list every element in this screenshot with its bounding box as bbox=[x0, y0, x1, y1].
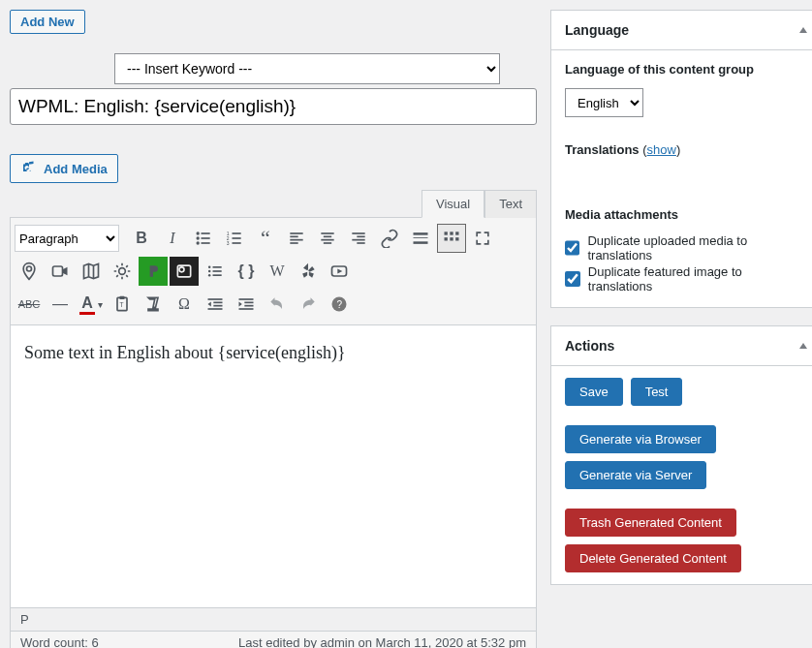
show-translations-link[interactable]: show bbox=[647, 142, 676, 157]
language-title: Language bbox=[565, 22, 629, 38]
svg-rect-14 bbox=[290, 239, 302, 241]
svg-rect-9 bbox=[233, 237, 241, 239]
special-char-button[interactable]: Ω bbox=[170, 290, 199, 319]
test-button[interactable]: Test bbox=[631, 378, 683, 406]
read-more-button[interactable] bbox=[406, 224, 435, 253]
svg-rect-24 bbox=[414, 232, 428, 235]
svg-rect-31 bbox=[450, 237, 453, 240]
numbered-list-button[interactable]: 123 bbox=[220, 224, 249, 253]
youtube-icon[interactable] bbox=[325, 257, 354, 286]
svg-rect-16 bbox=[321, 232, 333, 234]
svg-rect-27 bbox=[445, 231, 448, 234]
svg-point-34 bbox=[119, 268, 126, 275]
tab-visual[interactable]: Visual bbox=[422, 190, 484, 218]
add-media-label: Add Media bbox=[44, 162, 108, 176]
hr-button[interactable]: — bbox=[46, 290, 75, 319]
italic-button[interactable]: I bbox=[158, 224, 187, 253]
svg-rect-52 bbox=[244, 302, 253, 304]
trash-generated-button[interactable]: Trash Generated Content bbox=[565, 509, 736, 537]
svg-rect-23 bbox=[357, 242, 364, 244]
svg-point-4 bbox=[197, 241, 200, 244]
link-button[interactable] bbox=[375, 224, 404, 253]
format-select[interactable]: Paragraph bbox=[15, 225, 119, 252]
actions-metabox-toggle[interactable]: Actions bbox=[551, 326, 812, 366]
editor-content[interactable]: Some text in English about {service(engl… bbox=[10, 325, 537, 608]
svg-point-0 bbox=[197, 231, 200, 234]
redo-button[interactable] bbox=[294, 290, 323, 319]
bold-button[interactable]: B bbox=[127, 224, 156, 253]
svg-rect-11 bbox=[233, 242, 241, 244]
chk-duplicate-media[interactable] bbox=[565, 240, 579, 256]
blockquote-button[interactable]: “ bbox=[251, 224, 280, 253]
svg-text:T: T bbox=[120, 301, 124, 308]
bullet-list-button[interactable] bbox=[189, 224, 218, 253]
svg-rect-29 bbox=[455, 231, 458, 234]
indent-button[interactable] bbox=[232, 290, 261, 319]
undo-button[interactable] bbox=[263, 290, 292, 319]
svg-rect-47 bbox=[208, 298, 223, 300]
path-status: P bbox=[10, 608, 537, 632]
svg-rect-53 bbox=[244, 305, 253, 307]
svg-rect-25 bbox=[414, 237, 428, 238]
tab-text[interactable]: Text bbox=[484, 190, 537, 218]
chk-duplicate-media-label: Duplicate uploaded media to translations bbox=[587, 233, 807, 262]
svg-text:?: ? bbox=[337, 299, 343, 310]
definition-list-icon[interactable] bbox=[201, 257, 230, 286]
svg-point-39 bbox=[208, 270, 211, 273]
strikethrough-button[interactable]: ABC bbox=[15, 290, 44, 319]
generate-server-button[interactable]: Generate via Server bbox=[565, 461, 706, 489]
generate-browser-button[interactable]: Generate via Browser bbox=[565, 425, 716, 453]
translations-label: Translations bbox=[565, 142, 640, 157]
save-button[interactable]: Save bbox=[565, 378, 623, 406]
svg-rect-38 bbox=[213, 266, 222, 268]
yelp-icon[interactable] bbox=[294, 257, 323, 286]
post-title-input[interactable] bbox=[10, 88, 537, 125]
paste-text-button[interactable]: T bbox=[108, 290, 137, 319]
outdent-button[interactable] bbox=[201, 290, 230, 319]
svg-point-35 bbox=[179, 267, 184, 272]
insert-keyword-select[interactable]: --- Insert Keyword --- bbox=[114, 53, 500, 84]
svg-rect-22 bbox=[352, 239, 364, 241]
svg-rect-40 bbox=[213, 270, 222, 272]
media-attachments-label: Media attachments bbox=[565, 207, 807, 222]
chk-duplicate-featured-label: Duplicate featured image to translations bbox=[588, 264, 807, 293]
pixabay-button[interactable] bbox=[170, 257, 199, 286]
camera-music-icon bbox=[20, 160, 38, 177]
add-new-button[interactable]: Add New bbox=[10, 10, 85, 34]
svg-text:3: 3 bbox=[227, 240, 230, 246]
word-count: Word count: 6 bbox=[20, 635, 99, 648]
delete-generated-button[interactable]: Delete Generated Content bbox=[565, 544, 741, 572]
actions-metabox: Actions Save Test Generate via Browser G… bbox=[550, 325, 812, 585]
svg-rect-42 bbox=[213, 274, 222, 276]
language-select[interactable]: English bbox=[565, 88, 643, 117]
svg-rect-48 bbox=[213, 302, 222, 304]
svg-rect-18 bbox=[321, 239, 333, 241]
svg-rect-7 bbox=[233, 232, 241, 234]
add-media-button[interactable]: Add Media bbox=[10, 154, 118, 183]
code-braces-icon[interactable]: { } bbox=[232, 257, 261, 286]
align-right-button[interactable] bbox=[344, 224, 373, 253]
svg-rect-19 bbox=[324, 242, 331, 244]
align-left-button[interactable] bbox=[282, 224, 311, 253]
video-pin-icon[interactable] bbox=[46, 257, 75, 286]
svg-rect-20 bbox=[352, 232, 364, 234]
weather-icon[interactable] bbox=[108, 257, 137, 286]
svg-rect-33 bbox=[53, 266, 63, 276]
map-pin-icon[interactable] bbox=[15, 257, 44, 286]
align-center-button[interactable] bbox=[313, 224, 342, 253]
chk-duplicate-featured[interactable] bbox=[565, 271, 580, 287]
svg-point-2 bbox=[197, 236, 200, 239]
svg-rect-15 bbox=[290, 242, 297, 244]
language-metabox-toggle[interactable]: Language bbox=[551, 11, 812, 50]
fullscreen-button[interactable] bbox=[468, 224, 497, 253]
svg-rect-49 bbox=[213, 305, 222, 307]
help-button[interactable]: ? bbox=[325, 290, 354, 319]
text-color-button[interactable]: A▾ bbox=[77, 290, 106, 319]
pexels-button[interactable] bbox=[139, 257, 168, 286]
svg-rect-32 bbox=[455, 237, 458, 240]
map-icon[interactable] bbox=[77, 257, 106, 286]
svg-rect-26 bbox=[414, 241, 428, 244]
wikipedia-icon[interactable]: W bbox=[263, 257, 292, 286]
clear-formatting-button[interactable] bbox=[139, 290, 168, 319]
toolbar-toggle-button[interactable] bbox=[437, 224, 466, 253]
